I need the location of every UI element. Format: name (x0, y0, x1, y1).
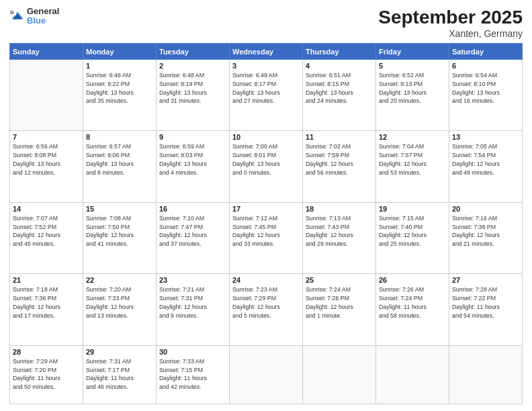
day-info: Sunrise: 6:59 AMSunset: 8:03 PMDaylight:… (159, 142, 226, 177)
day-info: Sunrise: 6:54 AMSunset: 8:10 PMDaylight:… (452, 71, 519, 105)
day-number: 23 (159, 276, 226, 284)
col-wednesday: Wednesday (230, 44, 303, 60)
day-info: Sunrise: 7:31 AMSunset: 7:17 PMDaylight:… (86, 357, 153, 392)
logo: G General Blue (9, 7, 59, 26)
day-info: Sunrise: 7:00 AMSunset: 8:01 PMDaylight:… (232, 142, 300, 177)
day-number: 28 (13, 348, 80, 356)
logo-general: General (27, 7, 59, 16)
day-number: 13 (452, 133, 519, 141)
col-sunday: Sunday (10, 44, 83, 60)
calendar-location: Xanten, Germany (378, 28, 523, 39)
day-number: 15 (86, 205, 153, 213)
day-number: 4 (306, 62, 373, 70)
day-info: Sunrise: 6:49 AMSunset: 8:17 PMDaylight:… (232, 71, 300, 105)
day-info: Sunrise: 7:12 AMSunset: 7:45 PMDaylight:… (232, 214, 300, 248)
table-row: 15Sunrise: 7:08 AMSunset: 7:50 PMDayligh… (83, 202, 157, 273)
table-row: 24Sunrise: 7:23 AMSunset: 7:29 PMDayligh… (230, 274, 303, 345)
day-info: Sunrise: 7:04 AMSunset: 7:57 PMDaylight:… (379, 142, 446, 177)
day-info: Sunrise: 7:05 AMSunset: 7:54 PMDaylight:… (452, 142, 519, 177)
day-info: Sunrise: 7:33 AMSunset: 7:15 PMDaylight:… (159, 357, 226, 392)
day-number: 21 (13, 276, 80, 284)
col-friday: Friday (376, 44, 449, 60)
table-row: 13Sunrise: 7:05 AMSunset: 7:54 PMDayligh… (449, 131, 523, 202)
table-row: 9Sunrise: 6:59 AMSunset: 8:03 PMDaylight… (157, 131, 230, 202)
table-row: 10Sunrise: 7:00 AMSunset: 8:01 PMDayligh… (230, 131, 303, 202)
day-number: 9 (159, 133, 226, 141)
col-tuesday: Tuesday (157, 44, 230, 60)
table-row: 14Sunrise: 7:07 AMSunset: 7:52 PMDayligh… (10, 202, 83, 273)
table-row: 8Sunrise: 6:57 AMSunset: 8:06 PMDaylight… (83, 131, 157, 202)
table-row (449, 345, 523, 404)
table-row: 23Sunrise: 7:21 AMSunset: 7:31 PMDayligh… (157, 274, 230, 345)
table-row (230, 345, 303, 404)
day-info: Sunrise: 6:52 AMSunset: 8:13 PMDaylight:… (379, 71, 446, 105)
day-info: Sunrise: 7:23 AMSunset: 7:29 PMDaylight:… (232, 285, 300, 320)
day-number: 27 (452, 276, 519, 284)
day-info: Sunrise: 7:28 AMSunset: 7:22 PMDaylight:… (452, 285, 519, 320)
col-monday: Monday (83, 44, 157, 60)
day-number: 29 (86, 348, 153, 356)
day-info: Sunrise: 7:20 AMSunset: 7:33 PMDaylight:… (86, 285, 153, 320)
table-row: 25Sunrise: 7:24 AMSunset: 7:26 PMDayligh… (303, 274, 376, 345)
day-info: Sunrise: 6:46 AMSunset: 8:22 PMDaylight:… (86, 71, 153, 105)
table-row: 22Sunrise: 7:20 AMSunset: 7:33 PMDayligh… (83, 274, 157, 345)
table-row: 11Sunrise: 7:02 AMSunset: 7:59 PMDayligh… (303, 131, 376, 202)
day-number: 19 (379, 205, 446, 213)
day-info: Sunrise: 6:51 AMSunset: 8:15 PMDaylight:… (306, 71, 373, 105)
table-row: 7Sunrise: 6:56 AMSunset: 8:08 PMDaylight… (10, 131, 83, 202)
day-number: 18 (306, 205, 373, 213)
day-number: 2 (159, 62, 226, 70)
day-number: 12 (379, 133, 446, 141)
day-info: Sunrise: 7:10 AMSunset: 7:47 PMDaylight:… (159, 214, 226, 248)
day-number: 14 (13, 205, 80, 213)
day-info: Sunrise: 7:18 AMSunset: 7:36 PMDaylight:… (13, 285, 80, 320)
day-info: Sunrise: 7:07 AMSunset: 7:52 PMDaylight:… (13, 214, 80, 248)
table-row: 12Sunrise: 7:04 AMSunset: 7:57 PMDayligh… (376, 131, 449, 202)
table-row: 27Sunrise: 7:28 AMSunset: 7:22 PMDayligh… (449, 274, 523, 345)
table-row: 2Sunrise: 6:48 AMSunset: 8:19 PMDaylight… (157, 60, 230, 131)
col-thursday: Thursday (303, 44, 376, 60)
svg-text:G: G (10, 10, 14, 15)
calendar-header-row: Sunday Monday Tuesday Wednesday Thursday… (10, 44, 523, 60)
day-info: Sunrise: 7:08 AMSunset: 7:50 PMDaylight:… (86, 214, 153, 248)
table-row: 16Sunrise: 7:10 AMSunset: 7:47 PMDayligh… (157, 202, 230, 273)
table-row: 3Sunrise: 6:49 AMSunset: 8:17 PMDaylight… (230, 60, 303, 131)
table-row: 20Sunrise: 7:16 AMSunset: 7:38 PMDayligh… (449, 202, 523, 273)
day-number: 20 (452, 205, 519, 213)
day-number: 16 (159, 205, 226, 213)
day-info: Sunrise: 7:15 AMSunset: 7:40 PMDaylight:… (379, 214, 446, 248)
table-row: 30Sunrise: 7:33 AMSunset: 7:15 PMDayligh… (157, 345, 230, 404)
col-saturday: Saturday (449, 44, 523, 60)
logo-blue: Blue (27, 16, 59, 26)
calendar-table: Sunday Monday Tuesday Wednesday Thursday… (9, 43, 523, 404)
day-info: Sunrise: 6:56 AMSunset: 8:08 PMDaylight:… (13, 142, 80, 177)
table-row: 29Sunrise: 7:31 AMSunset: 7:17 PMDayligh… (83, 345, 157, 404)
day-number: 3 (232, 62, 300, 70)
logo-icon: G (9, 9, 24, 24)
day-number: 25 (306, 276, 373, 284)
day-number: 6 (452, 62, 519, 70)
day-number: 8 (86, 133, 153, 141)
header: G General Blue September 2025 Xanten, Ge… (9, 7, 523, 39)
day-info: Sunrise: 7:21 AMSunset: 7:31 PMDaylight:… (159, 285, 226, 320)
table-row (303, 345, 376, 404)
day-number: 7 (13, 133, 80, 141)
table-row: 5Sunrise: 6:52 AMSunset: 8:13 PMDaylight… (376, 60, 449, 131)
day-number: 22 (86, 276, 153, 284)
day-number: 10 (232, 133, 300, 141)
day-number: 26 (379, 276, 446, 284)
day-info: Sunrise: 6:48 AMSunset: 8:19 PMDaylight:… (159, 71, 226, 105)
day-info: Sunrise: 7:29 AMSunset: 7:20 PMDaylight:… (13, 357, 80, 392)
day-number: 1 (86, 62, 153, 70)
day-number: 11 (306, 133, 373, 141)
table-row (10, 60, 83, 131)
day-info: Sunrise: 6:57 AMSunset: 8:06 PMDaylight:… (86, 142, 153, 177)
table-row: 6Sunrise: 6:54 AMSunset: 8:10 PMDaylight… (449, 60, 523, 131)
table-row: 18Sunrise: 7:13 AMSunset: 7:43 PMDayligh… (303, 202, 376, 273)
table-row: 17Sunrise: 7:12 AMSunset: 7:45 PMDayligh… (230, 202, 303, 273)
day-info: Sunrise: 7:02 AMSunset: 7:59 PMDaylight:… (306, 142, 373, 177)
table-row: 28Sunrise: 7:29 AMSunset: 7:20 PMDayligh… (10, 345, 83, 404)
table-row: 4Sunrise: 6:51 AMSunset: 8:15 PMDaylight… (303, 60, 376, 131)
table-row: 19Sunrise: 7:15 AMSunset: 7:40 PMDayligh… (376, 202, 449, 273)
table-row: 26Sunrise: 7:26 AMSunset: 7:24 PMDayligh… (376, 274, 449, 345)
